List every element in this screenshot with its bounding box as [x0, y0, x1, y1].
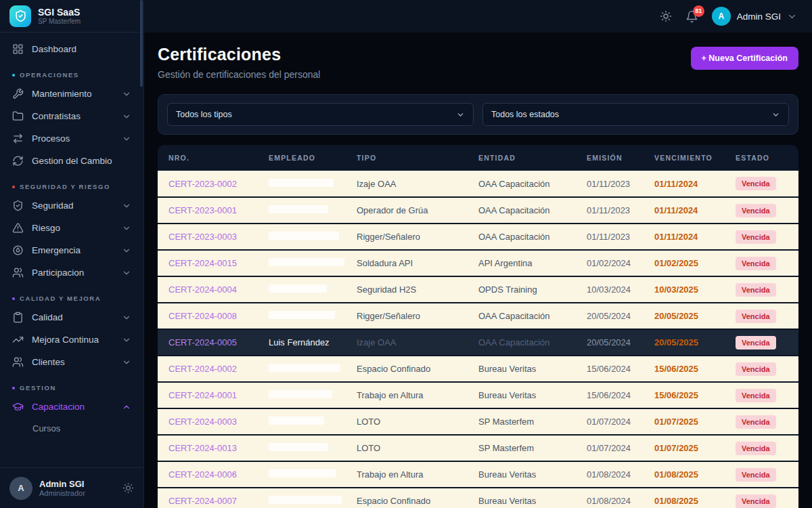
sidebar-scrollbar[interactable] [140, 0, 143, 87]
table-row[interactable]: CERT-2024-0005 Luis Fernández Izaje OAA … [158, 329, 798, 356]
status-badge: Vencida [736, 283, 776, 297]
certifications-table: NRO. EMPLEADO TIPO ENTIDAD EMISIÓN VENCI… [158, 145, 798, 508]
status-badge: Vencida [736, 442, 776, 455]
user-menu[interactable]: A Admin SGI [712, 7, 797, 26]
cert-number-link[interactable]: CERT-2024-0005 [168, 337, 237, 347]
issue-date-cell: 01/08/2024 [576, 488, 644, 508]
cert-number-link[interactable]: CERT-2023-0003 [168, 232, 237, 242]
status-filter-select[interactable]: Todos los estados [482, 103, 789, 126]
sidebar-item-contratistas[interactable]: Contratistas [7, 105, 137, 127]
issue-date-cell: 15/06/2024 [576, 356, 644, 382]
status-badge: Vencida [736, 389, 776, 402]
sidebar-item-mejora-continua[interactable]: Mejora Continua [7, 329, 137, 351]
entity-cell: SP Masterfem [468, 435, 576, 461]
wrench-icon [12, 88, 24, 100]
sidebar-item-procesos[interactable]: Procesos [7, 127, 137, 150]
entity-cell: Bureau Veritas [468, 356, 576, 382]
issue-date-cell: 01/11/2023 [576, 171, 644, 197]
notifications-bell-icon[interactable]: 81 [685, 10, 698, 23]
issue-date-cell: 01/07/2024 [576, 435, 644, 461]
status-badge: Vencida [736, 230, 776, 244]
section-dot [12, 297, 15, 300]
status-badge: Vencida [736, 494, 776, 508]
expiry-date-cell: 15/06/2025 [644, 356, 725, 382]
brand-header: SGI SaaS SP Masterfem [0, 0, 143, 33]
expiry-date-cell: 01/02/2025 [644, 250, 725, 276]
type-cell: Espacio Confinado [346, 356, 468, 382]
cert-number-link[interactable]: CERT-2023-0001 [168, 205, 237, 215]
avatar: A [9, 477, 32, 500]
sidebar-item-riesgo[interactable]: Riesgo [7, 217, 137, 239]
cert-number-link[interactable]: CERT-2023-0002 [168, 179, 237, 189]
cert-number-link[interactable]: CERT-2024-0002 [168, 364, 237, 374]
sidebar-item-clientes[interactable]: Clientes [7, 351, 137, 373]
table-row[interactable]: CERT-2024-0006 Trabajo en Altura Bureau … [158, 461, 798, 488]
chevron-down-icon [122, 112, 131, 121]
status-badge: Vencida [736, 204, 776, 217]
issue-date-cell: 01/07/2024 [576, 408, 644, 435]
type-cell: LOTO [346, 435, 468, 461]
sidebar-item-dashboard[interactable]: Dashboard [7, 38, 137, 60]
table-row[interactable]: CERT-2023-0002 Izaje OAA OAA Capacitació… [158, 171, 798, 197]
column-header-entidad: ENTIDAD [468, 145, 576, 171]
table-row[interactable]: CERT-2024-0002 Espacio Confinado Bureau … [158, 356, 798, 382]
entity-cell: OAA Capacitación [468, 197, 576, 224]
table-row[interactable]: CERT-2024-0004 Seguridad H2S OPDS Traini… [158, 276, 798, 303]
theme-toggle-sun-icon[interactable] [660, 10, 672, 22]
filters-card: Todos los tipos Todos los estados [158, 94, 798, 135]
flame-circle-icon [12, 245, 24, 256]
cert-number-link[interactable]: CERT-2024-0004 [168, 284, 237, 295]
cert-number-link[interactable]: CERT-2024-0007 [168, 496, 237, 506]
status-badge: Vencida [736, 257, 776, 270]
cert-number-link[interactable]: CERT-2024-0003 [168, 417, 237, 427]
sidebar-item-gestion-del-cambio[interactable]: Gestion del Cambio [7, 150, 137, 172]
folder-icon [12, 110, 24, 122]
sidebar-item-mantenimiento[interactable]: Mantenimiento [7, 83, 137, 105]
cert-number-link[interactable]: CERT-2024-0008 [168, 311, 237, 321]
employee-cell [258, 408, 346, 435]
table-row[interactable]: CERT-2024-0007 Espacio Confinado Bureau … [158, 488, 798, 508]
table-row[interactable]: CERT-2024-0003 LOTO SP Masterfem 01/07/2… [158, 408, 798, 435]
entity-cell: OAA Capacitación [468, 171, 576, 197]
chevron-down-icon [787, 12, 797, 22]
refresh-icon [12, 155, 24, 167]
new-certification-button[interactable]: + Nueva Certificación [691, 47, 798, 70]
cert-number-link[interactable]: CERT-2024-0006 [168, 469, 237, 480]
employee-cell [258, 197, 346, 224]
column-header-vencimiento: VENCIMIENTO [644, 145, 725, 171]
status-badge: Vencida [736, 310, 776, 323]
sidebar-item-seguridad[interactable]: Seguridad [7, 194, 137, 217]
table-row[interactable]: CERT-2024-0015 Soldadura API API Argenti… [158, 250, 798, 276]
type-cell: Izaje OAA [346, 329, 468, 356]
expiry-date-cell: 01/11/2024 [644, 171, 725, 197]
table-row[interactable]: CERT-2024-0013 LOTO SP Masterfem 01/07/2… [158, 435, 798, 461]
chevron-down-icon [122, 268, 131, 278]
table-row[interactable]: CERT-2024-0001 Trabajo en Altura Bureau … [158, 382, 798, 408]
users-icon [12, 267, 24, 278]
sidebar-item-capacitacion[interactable]: Capacitacion [7, 396, 137, 418]
type-cell: Trabajo en Altura [346, 461, 468, 488]
expiry-date-cell: 01/08/2025 [644, 488, 725, 508]
type-filter-select[interactable]: Todos los tipos [167, 103, 474, 126]
sidebar-subitem-cursos[interactable]: Cursos [7, 418, 137, 438]
issue-date-cell: 01/11/2023 [576, 197, 644, 224]
brand-subtitle: SP Masterfem [38, 18, 81, 25]
type-cell: Operador de Grúa [346, 197, 468, 224]
theme-toggle-sun-icon[interactable] [122, 482, 134, 494]
entity-cell: SP Masterfem [468, 408, 576, 435]
table-row[interactable]: CERT-2024-0008 Rigger/Señalero OAA Capac… [158, 303, 798, 329]
cert-number-link[interactable]: CERT-2024-0001 [168, 390, 237, 400]
entity-cell: OAA Capacitación [468, 329, 576, 356]
table-row[interactable]: CERT-2023-0003 Rigger/Señalero OAA Capac… [158, 224, 798, 250]
chevron-down-icon [122, 89, 131, 99]
expiry-date-cell: 01/07/2025 [644, 408, 725, 435]
employee-cell [258, 171, 346, 197]
sidebar-item-emergencia[interactable]: Emergencia [7, 239, 137, 261]
cert-number-link[interactable]: CERT-2024-0015 [168, 258, 237, 268]
table-row[interactable]: CERT-2023-0001 Operador de Grúa OAA Capa… [158, 197, 798, 224]
entity-cell: OAA Capacitación [468, 224, 576, 250]
sidebar-item-participacion[interactable]: Participacion [7, 261, 137, 284]
cert-number-link[interactable]: CERT-2024-0013 [168, 443, 237, 453]
chevron-down-icon [122, 201, 131, 211]
sidebar-item-calidad[interactable]: Calidad [7, 306, 137, 329]
